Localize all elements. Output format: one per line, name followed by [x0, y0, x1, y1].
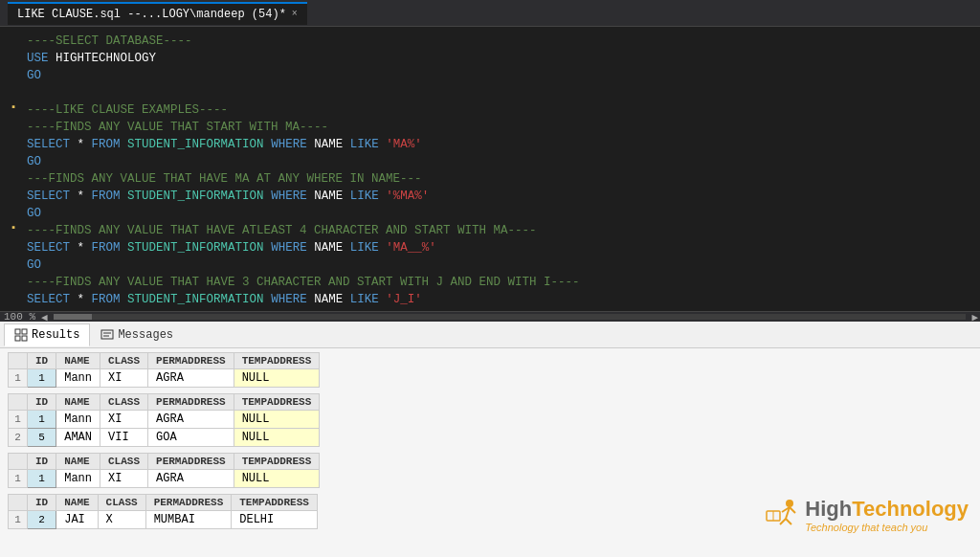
- editor-tab[interactable]: LIKE CLAUSE.sql --...LOGY\mandeep (54)* …: [8, 2, 307, 25]
- messages-icon: [100, 328, 114, 342]
- col-header-class: CLASS: [100, 394, 148, 411]
- tab-results[interactable]: Results: [4, 323, 90, 346]
- col-header-perm: PERMADDRESS: [148, 394, 234, 411]
- col-header-temp: TEMPADDRESS: [234, 454, 320, 470]
- code-line: SELECT * FROM STUDENT_INFORMATION WHERE …: [0, 136, 980, 153]
- results-panel: Results Messages ID NAME: [0, 322, 980, 557]
- col-header-perm: PERMADDRESS: [148, 454, 234, 470]
- result-tabs-bar: Results Messages: [0, 322, 980, 348]
- svg-rect-0: [15, 329, 20, 334]
- table-row: 2 5 AMAN VII GOA NULL: [9, 429, 320, 447]
- result-section-1: ID NAME CLASS PERMADDRESS TEMPADDRESS 1 …: [8, 352, 972, 388]
- code-line: GO: [0, 67, 980, 84]
- hscroll-track[interactable]: [54, 314, 967, 320]
- svg-rect-3: [22, 336, 27, 341]
- svg-rect-4: [101, 330, 113, 339]
- svg-line-9: [780, 519, 786, 524]
- cell-class: X: [98, 511, 145, 529]
- scroll-right-icon[interactable]: ▶: [969, 311, 980, 323]
- table-row: 1 1 Mann XI AGRA NULL: [9, 411, 320, 429]
- result-section-4: ID NAME CLASS PERMADDRESS TEMPADDRESS 1 …: [8, 494, 320, 529]
- code-line: ----FINDS ANY VALUE THAT START WITH MA--…: [0, 119, 980, 136]
- line-gutter: ▪: [4, 101, 23, 113]
- svg-rect-1: [22, 329, 27, 334]
- hscroll-thumb[interactable]: [54, 314, 92, 320]
- results-grid-icon: [14, 328, 28, 342]
- editor-hscroll[interactable]: 100 % ◀ ▶: [0, 312, 980, 322]
- svg-line-12: [790, 507, 795, 513]
- tab-label: LIKE CLAUSE.sql --...LOGY\mandeep (54)*: [17, 8, 286, 21]
- col-header-id: ID: [28, 495, 56, 511]
- col-header-class: CLASS: [98, 495, 145, 511]
- col-header-perm: PERMADDRESS: [145, 495, 232, 511]
- cell-id: 1: [28, 411, 56, 429]
- messages-tab-label: Messages: [118, 328, 173, 342]
- code-line: SELECT * FROM STUDENT_INFORMATION WHERE …: [0, 239, 980, 256]
- row-number: 1: [9, 411, 28, 429]
- cell-perm: MUMBAI: [145, 511, 232, 529]
- code-line: ▪ ----LIKE CLAUSE EXAMPLES----: [0, 101, 980, 119]
- col-header-id: ID: [28, 454, 56, 470]
- col-header-name: NAME: [56, 454, 100, 470]
- logo-high: High: [805, 497, 852, 521]
- svg-line-10: [786, 519, 791, 524]
- col-header: [9, 394, 28, 411]
- code-line: ----FINDS ANY VALUE THAT HAVE 3 CHARACTE…: [0, 274, 980, 291]
- code-line: GO: [0, 153, 980, 170]
- code-line: GO: [0, 308, 980, 312]
- cell-name: Mann: [56, 369, 100, 388]
- close-icon[interactable]: ×: [292, 9, 298, 19]
- cell-class: XI: [100, 470, 148, 488]
- code-line: SELECT * FROM STUDENT_INFORMATION WHERE …: [0, 188, 980, 205]
- result-row-3: ID NAME CLASS PERMADDRESS TEMPADDRESS 1 …: [8, 453, 972, 541]
- row-number: 1: [9, 369, 28, 388]
- cell-id: 5: [28, 429, 56, 447]
- cell-id: 1: [28, 369, 56, 388]
- cell-temp: NULL: [234, 369, 320, 388]
- row-number: 1: [9, 470, 28, 488]
- code-line: USE HIGHTECHNOLOGY: [0, 50, 980, 67]
- result-table-2: ID NAME CLASS PERMADDRESS TEMPADDRESS 1 …: [8, 393, 320, 447]
- cell-perm: AGRA: [148, 470, 234, 488]
- logo-icon-area: HighTechnology Technology that teach you: [763, 497, 969, 533]
- col-header: [9, 353, 28, 369]
- col-header: [9, 495, 28, 511]
- col-header-temp: TEMPADDRESS: [234, 394, 320, 411]
- result-table-4: ID NAME CLASS PERMADDRESS TEMPADDRESS 1 …: [8, 494, 318, 529]
- result-table-3: ID NAME CLASS PERMADDRESS TEMPADDRESS 1 …: [8, 453, 320, 488]
- line-gutter: ▪: [4, 222, 23, 234]
- cell-temp: NULL: [234, 470, 320, 488]
- logo-technology: Technology: [852, 497, 969, 521]
- code-line: ▪ ----FINDS ANY VALUE THAT HAVE ATLEAST …: [0, 222, 980, 239]
- tab-messages[interactable]: Messages: [90, 323, 184, 346]
- code-editor[interactable]: ----SELECT DATABASE---- USE HIGHTECHNOLO…: [0, 27, 980, 312]
- results-content: ID NAME CLASS PERMADDRESS TEMPADDRESS 1 …: [0, 348, 980, 545]
- col-header-name: NAME: [56, 495, 98, 511]
- title-bar: LIKE CLAUSE.sql --...LOGY\mandeep (54)* …: [0, 0, 980, 27]
- logo-tagline: Technology that teach you: [805, 522, 969, 533]
- results-tab-label: Results: [32, 328, 79, 342]
- brand-logo: HighTechnology Technology that teach you: [763, 497, 969, 533]
- cell-class: XI: [100, 411, 148, 429]
- scroll-left-icon[interactable]: ◀: [39, 311, 50, 323]
- col-header-temp: TEMPADDRESS: [232, 495, 318, 511]
- zoom-label: 100 %: [0, 311, 39, 323]
- table-row: 1 2 JAI X MUMBAI DELHI: [9, 511, 318, 529]
- result-section-3: ID NAME CLASS PERMADDRESS TEMPADDRESS 1 …: [8, 453, 320, 535]
- col-header-class: CLASS: [100, 454, 148, 470]
- svg-point-7: [786, 500, 793, 507]
- result-table-1: ID NAME CLASS PERMADDRESS TEMPADDRESS 1 …: [8, 352, 320, 388]
- cell-id: 1: [28, 470, 56, 488]
- cell-class: VII: [100, 429, 148, 447]
- logo-main-text: HighTechnology: [805, 497, 969, 522]
- col-header-name: NAME: [56, 394, 100, 411]
- result-section-2: ID NAME CLASS PERMADDRESS TEMPADDRESS 1 …: [8, 393, 972, 447]
- col-header-name: NAME: [56, 353, 100, 369]
- row-number: 1: [9, 511, 28, 529]
- col-header-perm: PERMADDRESS: [148, 353, 234, 369]
- cell-name: AMAN: [56, 429, 100, 447]
- cell-perm: AGRA: [148, 411, 234, 429]
- row-number: 2: [9, 429, 28, 447]
- logo-text: HighTechnology Technology that teach you: [805, 497, 969, 533]
- svg-rect-2: [15, 336, 20, 341]
